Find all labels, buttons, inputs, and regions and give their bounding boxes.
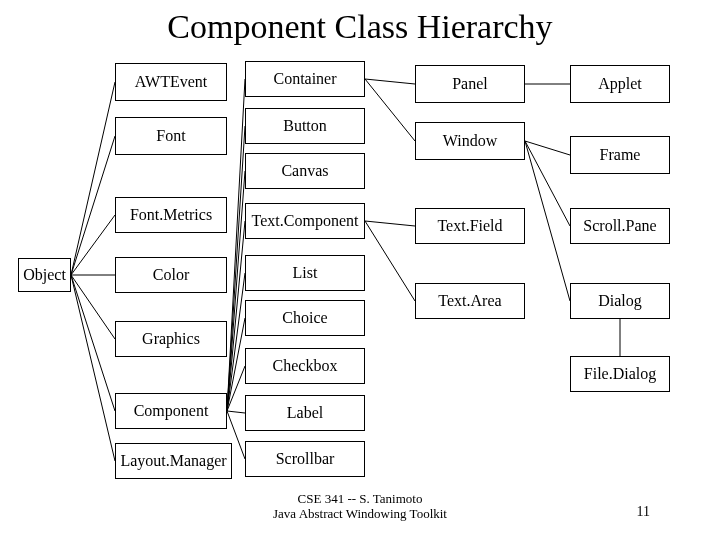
node-panel: Panel (415, 65, 525, 103)
node-canvas: Canvas (245, 153, 365, 189)
node-textarea: Text.Area (415, 283, 525, 319)
svg-line-19 (365, 221, 415, 301)
node-container: Container (245, 61, 365, 97)
node-layoutmanager: Layout.Manager (115, 443, 232, 479)
svg-line-8 (227, 126, 245, 411)
node-checkbox: Checkbox (245, 348, 365, 384)
svg-line-5 (71, 275, 115, 411)
node-dialog: Dialog (570, 283, 670, 319)
page-title: Component Class Hierarchy (0, 8, 720, 46)
svg-line-9 (227, 171, 245, 411)
footer: CSE 341 -- S. Tanimoto Java Abstract Win… (0, 491, 720, 522)
node-textcomponent: Text.Component (245, 203, 365, 239)
svg-line-0 (71, 82, 115, 275)
svg-line-1 (71, 136, 115, 275)
node-font: Font (115, 117, 227, 155)
svg-line-14 (227, 411, 245, 413)
node-scrollbar: Scrollbar (245, 441, 365, 477)
svg-line-23 (525, 141, 570, 301)
node-applet: Applet (570, 65, 670, 103)
node-fontmetrics: Font.Metrics (115, 197, 227, 233)
svg-line-12 (227, 318, 245, 411)
svg-line-6 (71, 275, 115, 461)
slide: Component Class Hierarchy O (0, 0, 720, 540)
node-list: List (245, 255, 365, 291)
svg-line-7 (227, 79, 245, 411)
node-awtevent: AWTEvent (115, 63, 227, 101)
node-graphics: Graphics (115, 321, 227, 357)
svg-line-2 (71, 215, 115, 275)
node-choice: Choice (245, 300, 365, 336)
page-number: 11 (637, 504, 650, 520)
svg-line-22 (525, 141, 570, 226)
svg-line-4 (71, 275, 115, 339)
node-label: Label (245, 395, 365, 431)
node-window: Window (415, 122, 525, 160)
node-button: Button (245, 108, 365, 144)
node-filedialog: File.Dialog (570, 356, 670, 392)
svg-line-13 (227, 366, 245, 411)
svg-line-17 (365, 79, 415, 141)
svg-line-18 (365, 221, 415, 226)
footer-line-2: Java Abstract Windowing Toolkit (0, 506, 720, 522)
node-component: Component (115, 393, 227, 429)
node-color: Color (115, 257, 227, 293)
svg-line-11 (227, 273, 245, 411)
footer-line-1: CSE 341 -- S. Tanimoto (0, 491, 720, 507)
node-frame: Frame (570, 136, 670, 174)
svg-line-10 (227, 221, 245, 411)
node-scrollpane: Scroll.Pane (570, 208, 670, 244)
svg-line-21 (525, 141, 570, 155)
svg-line-16 (365, 79, 415, 84)
node-textfield: Text.Field (415, 208, 525, 244)
node-object: Object (18, 258, 71, 292)
